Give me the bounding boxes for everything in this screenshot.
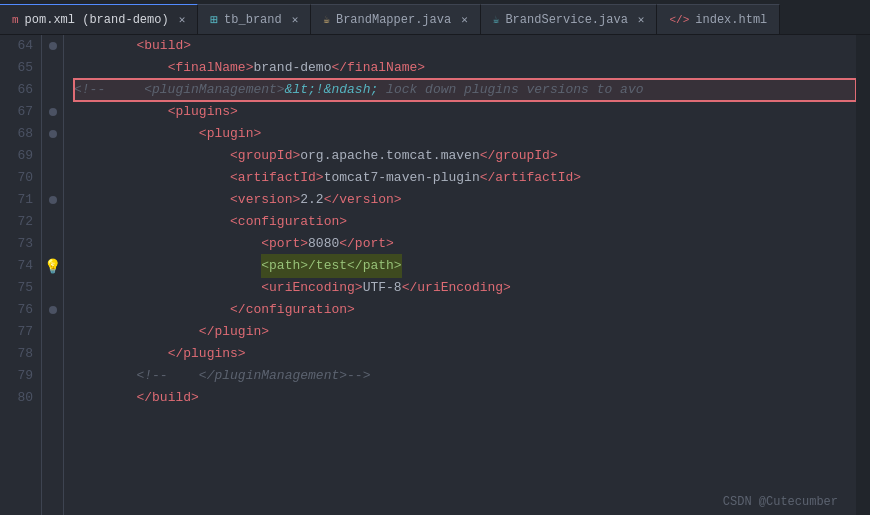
line-num-65: 65 — [8, 57, 33, 79]
marker-72 — [42, 211, 63, 233]
marker-66 — [42, 79, 63, 101]
code-line-75: <uriEncoding>UTF-8</uriEncoding> — [74, 277, 856, 299]
marker-80 — [42, 387, 63, 409]
tab-close-brand-mapper[interactable]: ✕ — [461, 13, 468, 26]
line-number-gutter: 64 65 66 67 68 69 70 71 72 73 74 75 76 7… — [0, 35, 42, 515]
breakpoint-68 — [49, 130, 57, 138]
tab-close-pom[interactable]: ✕ — [179, 13, 186, 26]
tab-label-pom: pom.xml (brand-demo) — [25, 13, 169, 27]
tab-brand-service[interactable]: ☕ BrandService.java ✕ — [481, 4, 658, 34]
tab-brand-mapper[interactable]: ☕ BrandMapper.java ✕ — [311, 4, 480, 34]
code-line-73: <port>8080</port> — [74, 233, 856, 255]
tab-label-brand-service: BrandService.java — [505, 13, 627, 27]
marker-65 — [42, 57, 63, 79]
editor-area: 64 65 66 67 68 69 70 71 72 73 74 75 76 7… — [0, 35, 870, 515]
tab-label-brand-mapper: BrandMapper.java — [336, 13, 451, 27]
line-num-73: 73 — [8, 233, 33, 255]
tab-label-tb-brand: tb_brand — [224, 13, 282, 27]
line-num-71: 71 — [8, 189, 33, 211]
marker-77 — [42, 321, 63, 343]
tab-icon-brand-service: ☕ — [493, 13, 500, 26]
breakpoint-64 — [49, 42, 57, 50]
line-num-75: 75 — [8, 277, 33, 299]
line-num-79: 79 — [8, 365, 33, 387]
line-num-74: 74 — [8, 255, 33, 277]
code-line-64: <build> — [74, 35, 856, 57]
line-num-76: 76 — [8, 299, 33, 321]
code-line-77: </plugin> — [74, 321, 856, 343]
code-line-74: <path>/test</path> — [74, 255, 856, 277]
marker-68 — [42, 123, 63, 145]
code-line-78: </plugins> — [74, 343, 856, 365]
marker-70 — [42, 167, 63, 189]
line-num-67: 67 — [8, 101, 33, 123]
tab-pom[interactable]: m pom.xml (brand-demo) ✕ — [0, 4, 198, 34]
line-num-66: 66 — [8, 79, 33, 101]
marker-79 — [42, 365, 63, 387]
marker-78 — [42, 343, 63, 365]
marker-column: 💡 — [42, 35, 64, 515]
tab-close-brand-service[interactable]: ✕ — [638, 13, 645, 26]
tab-icon-tb-brand: ⊞ — [210, 12, 218, 28]
tab-index-html[interactable]: </> index.html — [657, 4, 780, 34]
watermark: CSDN @Cutecumber — [723, 495, 838, 509]
code-line-70: <artifactId>tomcat7-maven-plugin</artifa… — [74, 167, 856, 189]
line-num-68: 68 — [8, 123, 33, 145]
line-num-69: 69 — [8, 145, 33, 167]
marker-64 — [42, 35, 63, 57]
tab-icon-index-html: </> — [669, 14, 689, 26]
line-num-70: 70 — [8, 167, 33, 189]
code-line-69: <groupId>org.apache.tomcat.maven</groupI… — [74, 145, 856, 167]
breakpoint-71 — [49, 196, 57, 204]
tab-icon-brand-mapper: ☕ — [323, 13, 330, 26]
lightbulb-icon: 💡 — [44, 258, 61, 275]
marker-76 — [42, 299, 63, 321]
marker-71 — [42, 189, 63, 211]
breakpoint-76 — [49, 306, 57, 314]
line-num-78: 78 — [8, 343, 33, 365]
line-num-64: 64 — [8, 35, 33, 57]
code-line-68: <plugin> — [74, 123, 856, 145]
marker-67 — [42, 101, 63, 123]
code-panel: <build> <finalName>brand-demo</finalName… — [64, 35, 856, 515]
code-line-71: <version>2.2</version> — [74, 189, 856, 211]
tab-icon-pom: m — [12, 14, 19, 26]
marker-75 — [42, 277, 63, 299]
marker-74[interactable]: 💡 — [42, 255, 63, 277]
line-num-77: 77 — [8, 321, 33, 343]
marker-69 — [42, 145, 63, 167]
line-num-72: 72 — [8, 211, 33, 233]
tab-bar: m pom.xml (brand-demo) ✕ ⊞ tb_brand ✕ ☕ … — [0, 0, 870, 35]
code-line-67: <plugins> — [74, 101, 856, 123]
code-line-72: <configuration> — [74, 211, 856, 233]
code-line-80: </build> — [74, 387, 856, 409]
tab-close-tb-brand[interactable]: ✕ — [292, 13, 299, 26]
code-line-65: <finalName>brand-demo</finalName> — [74, 57, 856, 79]
marker-73 — [42, 233, 63, 255]
code-line-79: <!-- </pluginManagement>--> — [74, 365, 856, 387]
line-num-80: 80 — [8, 387, 33, 409]
breakpoint-67 — [49, 108, 57, 116]
code-line-76: </configuration> — [74, 299, 856, 321]
tab-label-index-html: index.html — [695, 13, 767, 27]
code-line-66: <!-- <pluginManagement>&lt;!&ndash; lock… — [74, 79, 856, 101]
scrollbar[interactable] — [856, 35, 870, 515]
tab-tb-brand[interactable]: ⊞ tb_brand ✕ — [198, 4, 311, 34]
